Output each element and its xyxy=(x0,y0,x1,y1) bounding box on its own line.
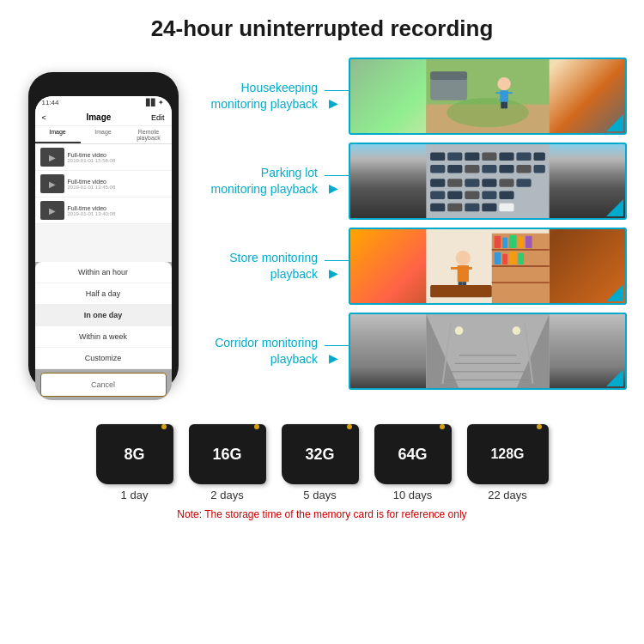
svg-rect-21 xyxy=(465,164,479,173)
svg-rect-49 xyxy=(509,234,517,247)
monitoring-img-2 xyxy=(349,143,627,220)
phone-list-date-3: 2019-01-01 13:40:08 xyxy=(68,211,116,216)
svg-rect-48 xyxy=(502,237,507,247)
svg-rect-53 xyxy=(502,253,507,264)
phone-list-info-1: Full-time video 2019-01-01 15:58:08 xyxy=(68,152,116,163)
sdcard-item-8g: 8G 1 day xyxy=(96,424,173,501)
phone-tabs: Image Image Remote playback xyxy=(35,126,172,144)
monitoring-arrow-4: ——▶ xyxy=(325,337,342,365)
svg-rect-17 xyxy=(516,152,531,161)
phone-status-bar: 11:44 ▊▊ ✦ xyxy=(35,96,172,109)
svg-rect-8 xyxy=(504,101,507,108)
phone-list-date-1: 2019-01-01 15:58:08 xyxy=(68,158,116,163)
phone-dropdown-one-day[interactable]: In one day xyxy=(35,305,172,326)
sdcard-days-8g: 1 day xyxy=(121,489,149,501)
svg-rect-29 xyxy=(482,179,496,187)
svg-rect-5 xyxy=(496,92,501,94)
monitoring-label-4: Corridor monitoring playback xyxy=(197,335,318,366)
store-svg xyxy=(350,229,625,303)
svg-rect-31 xyxy=(516,179,531,187)
svg-rect-34 xyxy=(465,191,479,199)
sdcard-card-128g: 128G xyxy=(467,424,549,484)
parking-svg xyxy=(350,144,625,218)
svg-rect-54 xyxy=(509,251,517,264)
svg-rect-32 xyxy=(430,191,445,199)
svg-point-75 xyxy=(513,326,521,335)
svg-point-2 xyxy=(447,97,529,126)
phone-dropdown: Within an hour Half a day In one day Wit… xyxy=(35,262,172,400)
phone-thumb-2: ▶ xyxy=(40,174,64,193)
store-corner xyxy=(606,284,623,301)
phone-time: 11:44 xyxy=(42,99,59,106)
svg-rect-20 xyxy=(447,164,462,173)
page-title: 24-hour uninterrupted recording xyxy=(17,15,627,42)
sdcard-size-128g: 128G xyxy=(490,447,524,462)
svg-rect-51 xyxy=(526,235,532,247)
phone-tab-image[interactable]: Image xyxy=(35,126,81,143)
monitoring-label-2: Parking lot monitoring playback xyxy=(197,165,318,196)
svg-rect-23 xyxy=(499,164,513,173)
svg-rect-33 xyxy=(447,191,462,199)
svg-rect-30 xyxy=(499,179,513,187)
svg-rect-26 xyxy=(430,179,445,187)
phone-list-item-3: ▶ Full-time video 2019-01-01 13:40:08 xyxy=(35,197,172,224)
housekeeping-corner xyxy=(606,114,623,131)
phone-dropdown-within-hour[interactable]: Within an hour xyxy=(35,262,172,283)
phone-list-title-1: Full-time video xyxy=(68,152,116,158)
housekeeping-svg xyxy=(350,59,625,133)
svg-rect-36 xyxy=(499,191,513,199)
phone-dropdown-cancel[interactable]: Cancel xyxy=(40,373,167,397)
svg-rect-14 xyxy=(465,152,479,161)
phone-list: ▶ Full-time video 2019-01-01 15:58:08 ▶ … xyxy=(35,144,172,224)
svg-rect-28 xyxy=(465,179,479,187)
phone-list-date-2: 2019-01-01 13:45:08 xyxy=(68,185,116,190)
sdcard-days-32g: 5 days xyxy=(303,489,336,501)
corridor-svg xyxy=(350,314,625,388)
phone-dropdown-half-day[interactable]: Half a day xyxy=(35,283,172,305)
sdcard-size-8g: 8G xyxy=(124,446,144,464)
svg-rect-47 xyxy=(495,235,501,247)
phone-mockup: 11:44 ▊▊ ✦ < Image Edit Image Image Remo… xyxy=(28,72,179,390)
phone-list-title-3: Full-time video xyxy=(68,205,116,211)
phone-edit-button[interactable]: Edit xyxy=(151,113,165,122)
sdcard-item-64g: 64G 10 days xyxy=(374,424,452,501)
monitoring-img-1 xyxy=(349,58,627,135)
svg-rect-4 xyxy=(500,90,508,101)
corridor-corner xyxy=(606,369,623,386)
phone-list-info-2: Full-time video 2019-01-01 13:45:08 xyxy=(68,179,116,190)
sdcard-size-16g: 16G xyxy=(212,446,241,464)
sdcard-card-16g: 16G xyxy=(189,424,266,484)
monitoring-row-3: Store monitoring playback ——▶ xyxy=(197,225,627,307)
svg-rect-19 xyxy=(430,164,445,173)
main-content: 11:44 ▊▊ ✦ < Image Edit Image Image Remo… xyxy=(0,51,644,411)
phone-dropdown-week[interactable]: Within a week xyxy=(35,326,172,348)
monitoring-label-3: Store monitoring playback xyxy=(197,250,318,281)
svg-rect-24 xyxy=(516,164,531,173)
svg-rect-13 xyxy=(447,152,462,161)
svg-rect-35 xyxy=(482,191,496,199)
svg-rect-58 xyxy=(451,266,459,269)
monitoring-row-4: Corridor monitoring playback ——▶ xyxy=(197,310,627,392)
svg-rect-39 xyxy=(465,203,479,211)
sdcard-size-64g: 64G xyxy=(398,446,427,464)
phone-screen: 11:44 ▊▊ ✦ < Image Edit Image Image Remo… xyxy=(35,96,172,400)
sdcard-days-64g: 10 days xyxy=(393,489,433,501)
svg-rect-37 xyxy=(430,203,445,211)
svg-rect-7 xyxy=(501,101,504,108)
svg-rect-38 xyxy=(447,203,462,211)
sdcard-days-128g: 22 days xyxy=(488,489,527,501)
svg-point-3 xyxy=(497,77,510,90)
phone-back-button[interactable]: < xyxy=(42,113,46,122)
phone-list-item-2: ▶ Full-time video 2019-01-01 13:45:08 xyxy=(35,171,172,197)
monitoring-img-4 xyxy=(349,313,627,390)
monitoring-arrow-3: ——▶ xyxy=(325,252,342,280)
monitoring-img-3 xyxy=(349,228,627,305)
phone-tab-image2[interactable]: Image xyxy=(81,126,126,143)
page-header: 24-hour uninterrupted recording xyxy=(0,0,644,51)
svg-rect-22 xyxy=(482,164,496,173)
svg-rect-52 xyxy=(495,252,501,264)
phone-tab-remote[interactable]: Remote playback xyxy=(126,126,172,143)
sdcard-row: 8G 1 day 16G 2 days 32G 5 days 64G 10 da… xyxy=(96,424,549,501)
phone-dropdown-customize[interactable]: Customize xyxy=(35,348,172,369)
svg-rect-41 xyxy=(499,203,513,211)
